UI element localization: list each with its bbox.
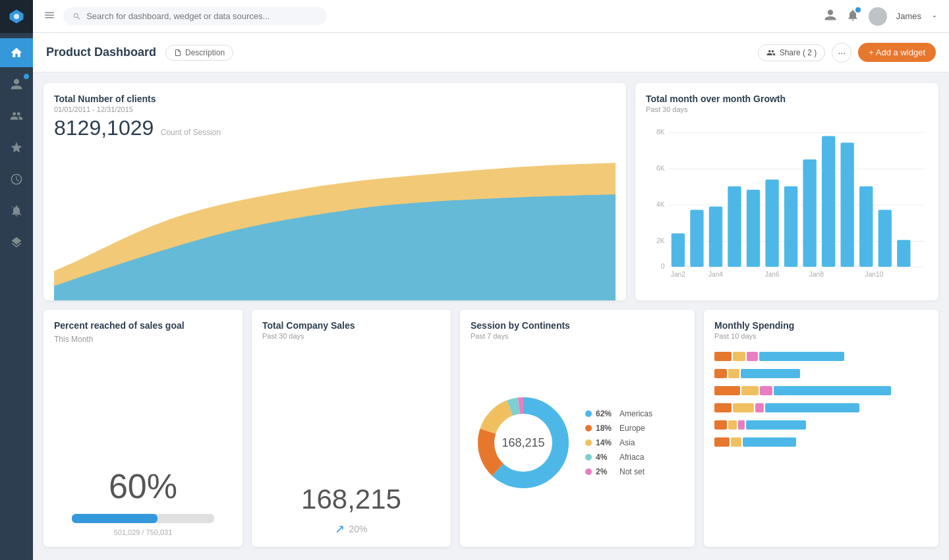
svg-rect-19: [803, 159, 816, 267]
share-icon: [766, 48, 776, 57]
sales-growth: ↗ 20%: [262, 522, 440, 536]
hbar-row-3: [714, 385, 928, 397]
svg-rect-21: [841, 143, 854, 267]
session-subtitle: Past 7 days: [471, 332, 684, 340]
sidebar-item-group[interactable]: [0, 101, 33, 130]
svg-rect-23: [878, 210, 892, 267]
group-icon: [10, 109, 23, 123]
hbar-seg: [728, 420, 737, 430]
clients-card: Total Number of clients 01/01/2011 - 12/…: [43, 83, 626, 300]
legend-afriaca: 4% Afriaca: [585, 453, 684, 462]
notification-badge: [855, 7, 861, 13]
hbar-row-2: [714, 368, 928, 379]
legend-americas: 62% Americas: [585, 409, 684, 418]
svg-rect-20: [822, 136, 835, 267]
add-widget-button[interactable]: + Add a widget: [858, 43, 936, 62]
share-button[interactable]: Share ( 2 ): [758, 44, 826, 61]
percent-value: 60%: [54, 466, 232, 506]
sidebar-logo[interactable]: [0, 0, 33, 33]
more-options-button[interactable]: ···: [832, 43, 851, 63]
svg-rect-12: [672, 233, 685, 267]
sidebar-item-star[interactable]: [0, 133, 33, 162]
svg-text:Jan4: Jan4: [708, 271, 723, 278]
hbar-seg: [746, 420, 806, 430]
hbar-row-4: [714, 402, 928, 414]
donut-legend: 62% Americas 18% Europe 14% Asia: [585, 409, 684, 476]
hbar-seg: [774, 386, 891, 395]
clients-value-row: 8129,1029 Count of Session: [54, 116, 616, 140]
sales-card: Total Company Sales Past 30 days 168,215…: [252, 310, 451, 547]
clients-area-svg: [54, 151, 616, 300]
hamburger-icon: [43, 9, 55, 21]
donut-chart: 168,215: [471, 390, 576, 495]
growth-card-title: Total month over month Growth: [646, 94, 928, 104]
hbar-row-6: [714, 436, 928, 448]
topbar: James: [33, 0, 949, 33]
legend-notset: 2% Not set: [585, 467, 684, 476]
row-2: Percent reached of sales goal This Month…: [43, 310, 938, 547]
svg-text:8K: 8K: [656, 128, 665, 136]
notifications-icon[interactable]: [846, 9, 859, 24]
description-button[interactable]: Description: [165, 45, 233, 61]
menu-toggle[interactable]: [43, 9, 55, 24]
sidebar-item-bell[interactable]: [0, 196, 33, 225]
sidebar-item-layers[interactable]: [0, 228, 33, 257]
hbar-seg: [760, 386, 772, 395]
session-card: Session by Continents Past 7 days: [460, 310, 695, 547]
user-name: James: [896, 11, 921, 21]
hbar-row-5: [714, 419, 928, 431]
svg-rect-24: [897, 240, 910, 267]
search-icon: [72, 12, 81, 21]
growth-subtitle: Past 30 days: [646, 105, 928, 113]
percent-subtitle: This Month: [54, 335, 232, 344]
header-actions: Share ( 2 ) ··· + Add a widget: [758, 43, 936, 63]
percent-card-title: Percent reached of sales goal: [54, 320, 232, 331]
topbar-right: James: [824, 7, 938, 26]
asia-dot: [585, 439, 592, 446]
svg-text:Jan6: Jan6: [765, 271, 780, 278]
hbar-seg: [714, 352, 732, 361]
sales-growth-pct: 20%: [349, 524, 367, 534]
svg-rect-14: [709, 206, 722, 267]
notset-dot: [585, 468, 592, 475]
svg-text:4K: 4K: [656, 201, 665, 208]
session-card-title: Session by Continents: [471, 320, 684, 331]
chevron-down-icon: [931, 13, 938, 20]
growth-arrow-icon: ↗: [335, 522, 345, 536]
search-bar[interactable]: [63, 7, 327, 25]
profile-icon[interactable]: [824, 9, 837, 24]
clients-card-title: Total Number of clients: [54, 94, 616, 104]
spending-card: Monthly Spending Past 10 days: [704, 310, 938, 547]
spending-card-title: Monthly Spending: [714, 320, 928, 331]
hbar-seg: [743, 437, 796, 447]
user-badge: [24, 74, 29, 79]
hbar-seg: [755, 403, 764, 412]
hbar-seg: [738, 420, 745, 430]
sidebar-item-user[interactable]: [0, 70, 33, 99]
avatar[interactable]: [869, 7, 887, 26]
americas-dot: [585, 410, 592, 417]
bell-off-icon: [10, 204, 23, 217]
clients-date-range: 01/01/2011 - 12/31/2015: [54, 105, 616, 113]
svg-rect-15: [728, 186, 741, 267]
hbar-seg: [765, 403, 859, 412]
dashboard: Total Number of clients 01/01/2011 - 12/…: [33, 72, 949, 560]
growth-bar-chart: 8K 6K 4K 2K 0: [646, 121, 928, 292]
hbar-seg: [714, 403, 732, 412]
search-input[interactable]: [86, 11, 318, 21]
description-icon: [174, 49, 182, 57]
sidebar-item-clock[interactable]: [0, 165, 33, 194]
growth-bar-svg: 8K 6K 4K 2K 0: [646, 121, 928, 292]
row-1: Total Number of clients 01/01/2011 - 12/…: [43, 83, 938, 300]
person-icon: [824, 9, 837, 22]
star-icon: [10, 141, 23, 154]
sidebar-item-home[interactable]: [0, 38, 33, 67]
svg-text:0: 0: [661, 263, 665, 270]
logo-icon: [9, 9, 24, 24]
hbar-seg: [714, 437, 730, 447]
clients-big-number: 8129,1029: [54, 116, 154, 140]
hbar-seg: [733, 403, 754, 412]
growth-card: Total month over month Growth Past 30 da…: [635, 83, 938, 300]
percent-card: Percent reached of sales goal This Month…: [43, 310, 243, 547]
svg-text:2K: 2K: [656, 237, 665, 244]
